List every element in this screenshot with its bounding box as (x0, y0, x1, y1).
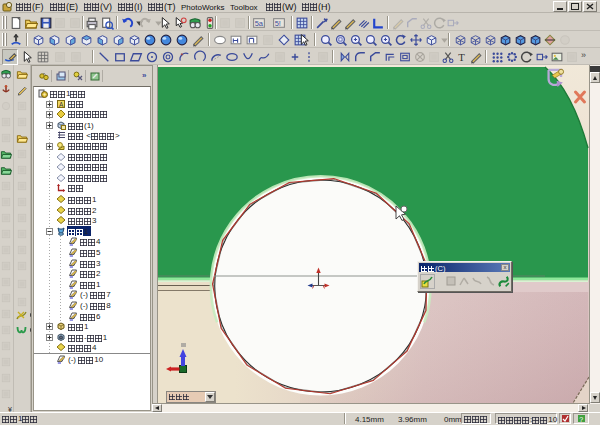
svg-text:?: ? (579, 416, 583, 423)
